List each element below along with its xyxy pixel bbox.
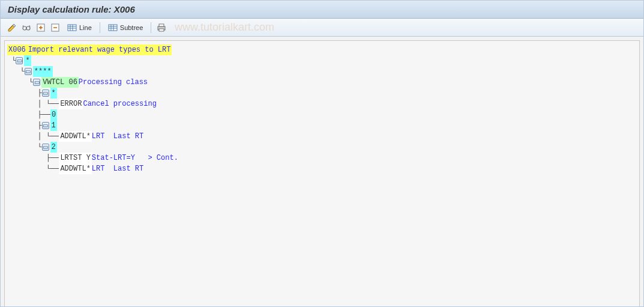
operation-text: Stat-LRT=Y > Cont. [92, 153, 178, 163]
line-label: Line [79, 24, 92, 31]
node-label: * [50, 88, 57, 99]
other-object-button[interactable] [20, 21, 33, 34]
operation-code: ERROR [59, 99, 83, 109]
glasses-icon [22, 23, 31, 32]
node-label: 1 [50, 120, 57, 131]
toolbar: Line Subtree www.tutorialkart.com [1, 19, 643, 37]
tree-row[interactable]: └──ADDWTL* LRT Last RT [7, 163, 637, 174]
operation-text: Cancel processing [83, 99, 156, 109]
node-label: 0 [50, 109, 57, 120]
tree-row[interactable]: ├▭ * [7, 88, 637, 99]
operation-text: Processing class [79, 77, 148, 88]
toolbar-separator-2 [151, 22, 151, 33]
svg-rect-4 [68, 25, 76, 31]
toolbar-separator [100, 22, 100, 33]
tree-row[interactable]: │ └──ADDWTL* LRT Last RT [7, 131, 637, 142]
tree-row[interactable]: ├──LRTST Y Stat-LRT=Y > Cont. [7, 153, 637, 163]
tree-row[interactable]: └▭ **** [7, 66, 637, 77]
printer-icon [157, 23, 166, 32]
pencil-icon [7, 23, 17, 32]
tree-root-row[interactable]: X006 Import relevant wage types to LRT [7, 44, 637, 55]
svg-rect-5 [109, 25, 117, 31]
collapse-toggle[interactable]: ▭ [33, 79, 40, 86]
operation-code: ADDWTL* [59, 131, 91, 142]
tree-row[interactable]: └▭ 2 [7, 142, 637, 153]
tree-row[interactable]: ├──0 [7, 109, 637, 120]
svg-rect-7 [159, 24, 164, 26]
operation-code: LRTST Y [59, 153, 91, 163]
expand-all-button[interactable] [34, 21, 47, 34]
operation-code: VWTCL 06 [41, 77, 79, 88]
collapse-all-button[interactable] [49, 21, 62, 34]
subtree-label: Subtree [120, 24, 143, 31]
collapse-toggle[interactable]: ▭ [42, 90, 49, 97]
tree-row[interactable]: ├▭ 1 [7, 120, 637, 131]
watermark: www.tutorialkart.com [175, 21, 274, 34]
pencil-toggle-button[interactable] [5, 21, 19, 34]
title-bar: Display calculation rule: X006 [1, 1, 643, 19]
node-label: **** [33, 66, 53, 77]
tree-row[interactable]: │ └──ERROR Cancel processing [7, 99, 637, 109]
collapse-icon [50, 23, 60, 32]
svg-point-0 [23, 26, 26, 30]
svg-rect-8 [159, 29, 164, 31]
rule-title: Import relevant wage types to LRT [27, 44, 172, 55]
svg-point-1 [26, 26, 30, 30]
table-line-icon [67, 23, 77, 32]
expand-icon [36, 23, 46, 32]
line-button[interactable]: Line [63, 21, 96, 34]
tree-row[interactable]: └▭ * [7, 55, 637, 66]
node-label: * [24, 55, 31, 66]
collapse-toggle[interactable]: ▭ [42, 144, 49, 151]
node-label: 2 [50, 142, 57, 153]
tree-row[interactable]: └▭ VWTCL 06 Processing class [7, 77, 637, 88]
operation-text: LRT Last RT [92, 131, 143, 142]
collapse-toggle[interactable]: ▭ [42, 122, 49, 129]
table-subtree-icon [108, 23, 118, 32]
subtree-button[interactable]: Subtree [104, 21, 148, 34]
operation-text: LRT Last RT [92, 163, 143, 174]
operation-code: ADDWTL* [59, 163, 91, 174]
collapse-toggle[interactable]: ▭ [16, 57, 23, 64]
collapse-toggle[interactable]: ▭ [25, 68, 32, 75]
print-button[interactable] [155, 21, 168, 34]
tree-content: X006 Import relevant wage types to LRT └… [4, 40, 640, 307]
page-title: Display calculation rule: X006 [8, 4, 135, 14]
rule-code: X006 [7, 44, 27, 55]
